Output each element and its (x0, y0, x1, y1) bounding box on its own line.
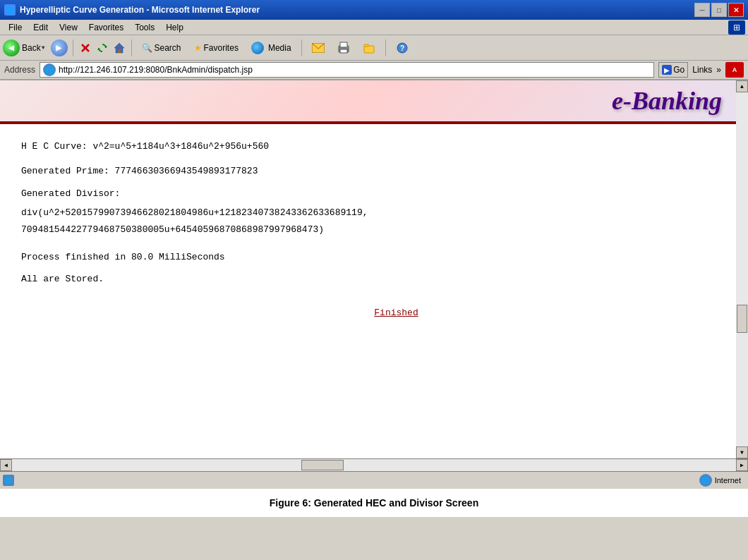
media-button[interactable]: Media (246, 38, 296, 58)
svg-rect-8 (118, 49, 121, 53)
svg-rect-12 (340, 49, 347, 53)
status-left: 🌐 (3, 475, 699, 486)
menu-file[interactable]: File (3, 21, 28, 34)
maximize-button[interactable]: □ (711, 3, 727, 17)
address-bar: Address 🌐 ▶ Go Links » A (0, 61, 748, 80)
scroll-thumb[interactable] (737, 305, 747, 333)
media-icon (251, 42, 264, 54)
scroll-down-arrow[interactable]: ▼ (736, 446, 748, 458)
print-button[interactable] (332, 38, 355, 58)
folder-icon (363, 42, 375, 54)
svg-rect-11 (340, 42, 347, 47)
close-button[interactable]: ✕ (728, 3, 744, 17)
search-icon: 🔍 (142, 43, 152, 53)
vertical-scrollbar[interactable]: ▲ ▼ (736, 80, 748, 458)
window-icon: 🌐 (4, 4, 16, 16)
h-scroll-thumb[interactable] (301, 460, 344, 470)
page-header: e-Banking (0, 80, 736, 123)
minimize-button[interactable]: ─ (694, 3, 710, 17)
menu-view[interactable]: View (54, 21, 83, 34)
process-finished-line: Process finished in 80.0 MilliSeconds (21, 249, 715, 265)
forward-button[interactable]: ▶ (51, 39, 68, 56)
scroll-up-arrow[interactable]: ▲ (736, 80, 748, 92)
generated-prime-line: Generated Prime: 77746630366943549893177… (21, 163, 715, 179)
figure-caption: Figure 6: Generated HEC and Divisor Scre… (0, 489, 748, 517)
sep1 (73, 39, 73, 56)
h-scroll-track[interactable] (12, 459, 736, 471)
menu-edit[interactable]: Edit (28, 21, 54, 34)
status-icon: 🌐 (3, 475, 14, 486)
back-forward-group: ◀ Back ▼ (3, 39, 45, 56)
finished-link[interactable]: Finished (78, 305, 715, 321)
status-globe-icon: 🌐 (699, 474, 712, 487)
edit-button[interactable] (358, 38, 380, 58)
window-controls: ─ □ ✕ (694, 3, 744, 17)
mail-icon (312, 43, 325, 53)
back-dropdown-arrow[interactable]: ▼ (42, 44, 45, 51)
window-title: Hyperelliptic Curve Generation - Microso… (20, 5, 260, 15)
print-icon (337, 42, 350, 54)
svg-rect-15 (364, 44, 368, 47)
address-input-wrap: 🌐 (40, 62, 654, 78)
div-expression: div(u^2+5201579907394662802180498​6u+121… (21, 205, 715, 238)
toolbar: ◀ Back ▼ ▶ 🔍 Searc (0, 35, 748, 61)
back-button[interactable]: ◀ (3, 39, 20, 56)
hec-curve-line: H E C Curve: v^2=u^5+1184u^3+1846u^2+956… (21, 138, 715, 154)
sep4 (385, 39, 386, 56)
address-input[interactable] (59, 65, 651, 75)
title-bar: 🌐 Hyperelliptic Curve Generation - Micro… (0, 0, 748, 20)
horizontal-scrollbar[interactable]: ◀ ▶ (0, 458, 748, 470)
discuss-button[interactable]: ? (391, 38, 414, 58)
adobe-button[interactable]: A (725, 62, 744, 78)
all-stored-line: All are Stored. (21, 271, 715, 287)
status-right: 🌐 Internet (699, 474, 745, 487)
scroll-track[interactable] (736, 92, 748, 446)
content-body: H E C Curve: v^2=u^5+1184u^3+1846u^2+956… (0, 124, 736, 335)
scroll-right-arrow[interactable]: ▶ (736, 459, 748, 471)
address-label: Address (4, 65, 35, 75)
ebanking-title: e-Banking (612, 86, 722, 116)
go-label: Go (673, 65, 684, 75)
mail-button[interactable] (307, 38, 330, 58)
refresh-button[interactable] (95, 41, 109, 55)
address-globe-icon: 🌐 (43, 63, 56, 76)
menu-tools[interactable]: Tools (129, 21, 160, 34)
div-line1: div(u^2+5201579907394662802180498​6u+121… (21, 205, 715, 221)
back-label[interactable]: Back (22, 43, 41, 53)
svg-text:?: ? (400, 44, 404, 52)
menu-help[interactable]: Help (160, 21, 189, 34)
menu-bar: File Edit View Favorites Tools Help ⊞ (0, 20, 748, 35)
links-button[interactable]: Links (692, 65, 712, 75)
svg-rect-13 (346, 47, 348, 48)
div-line2: 70948154422779468750380005u+645405968708… (21, 221, 715, 238)
scroll-left-arrow[interactable]: ◀ (0, 459, 12, 471)
generated-divisor-label: Generated Divisor: (21, 185, 715, 202)
internet-label: Internet (715, 476, 741, 485)
sep3 (301, 39, 302, 56)
discuss-icon: ? (396, 42, 409, 54)
browser-content: e-Banking H E C Curve: v^2=u^5+1184u^3+1… (0, 80, 748, 458)
page-area: e-Banking H E C Curve: v^2=u^5+1184u^3+1… (0, 80, 736, 458)
windows-flag-icon: ⊞ (728, 20, 745, 35)
go-button[interactable]: ▶ Go (658, 62, 688, 78)
status-bar: 🌐 🌐 Internet (0, 470, 748, 489)
links-chevron[interactable]: » (716, 65, 721, 75)
home-button[interactable] (112, 41, 126, 55)
menu-favorites[interactable]: Favorites (83, 21, 129, 34)
sep2 (131, 39, 132, 56)
stop-button[interactable] (78, 41, 92, 55)
favorites-button[interactable]: ★ Favorites (189, 38, 243, 58)
favorites-icon: ★ (194, 43, 202, 53)
search-button[interactable]: 🔍 Search (137, 38, 186, 58)
go-arrow-icon: ▶ (662, 65, 672, 75)
